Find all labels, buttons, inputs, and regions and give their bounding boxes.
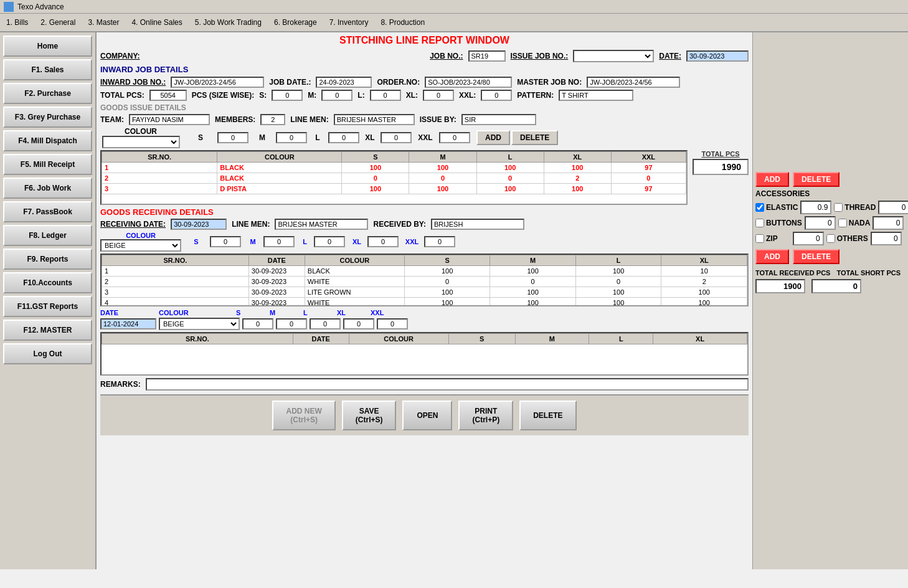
- s-input[interactable]: [272, 90, 303, 101]
- received-by-input[interactable]: [431, 219, 524, 230]
- nav-job-work-trading[interactable]: 5. Job Work Trading: [195, 18, 262, 27]
- gr-s-input[interactable]: [210, 236, 241, 247]
- m-input[interactable]: [321, 90, 352, 101]
- gi-xl-input[interactable]: [381, 132, 412, 143]
- print-button[interactable]: PRINT(Ctrl+P): [458, 401, 513, 430]
- nav-bills[interactable]: 1. Bills: [6, 18, 28, 27]
- return-date-input[interactable]: [100, 318, 156, 330]
- issue-by-input[interactable]: [461, 114, 536, 125]
- gr-xl-input[interactable]: [367, 236, 399, 247]
- thread-input[interactable]: [878, 201, 908, 214]
- sidebar-item-logout[interactable]: Log Out: [3, 343, 92, 364]
- gr-l-input[interactable]: [314, 236, 345, 247]
- sidebar-item-f4-mill-dispatch[interactable]: F4. Mill Dispatch: [3, 130, 92, 151]
- sidebar-item-f6-job-work[interactable]: F6. Job Work: [3, 178, 92, 199]
- sidebar-item-f2-purchase[interactable]: F2. Purchase: [3, 83, 92, 104]
- xxl-input[interactable]: [481, 90, 512, 101]
- sidebar-item-f9-reports[interactable]: F9. Reports: [3, 249, 92, 270]
- buttons-input[interactable]: [805, 216, 836, 230]
- gr-add-btn[interactable]: ADD: [755, 172, 789, 187]
- zip-label[interactable]: ZIP: [755, 234, 778, 243]
- nav-general[interactable]: 2. General: [40, 18, 75, 27]
- sidebar-item-f5-mill-receipt[interactable]: F5. Mill Receipt: [3, 154, 92, 175]
- buttons-label[interactable]: BUTTONS: [755, 219, 802, 227]
- receiving-date-input[interactable]: [171, 219, 227, 230]
- l-input[interactable]: [370, 90, 401, 101]
- gr-delete-btn[interactable]: DELETE: [793, 172, 839, 187]
- remarks-input[interactable]: [146, 378, 749, 391]
- order-no-input[interactable]: [425, 77, 512, 88]
- nav-brokerage[interactable]: 6. Brokerage: [274, 18, 317, 27]
- zip-checkbox[interactable]: [755, 234, 764, 243]
- save-button[interactable]: SAVE(Ctrl+S): [342, 401, 397, 430]
- others-checkbox[interactable]: [826, 234, 835, 243]
- elastic-label[interactable]: ELASTIC: [755, 203, 798, 212]
- acc-delete-btn[interactable]: DELETE: [793, 249, 839, 264]
- sidebar-item-home[interactable]: Home: [3, 36, 92, 57]
- xl-input[interactable]: [423, 90, 454, 101]
- line-men-input[interactable]: [334, 114, 415, 125]
- thread-checkbox[interactable]: [834, 203, 843, 212]
- nada-input[interactable]: [873, 216, 904, 230]
- gr-line-men-input[interactable]: [275, 219, 368, 230]
- sidebar-item-f1-sales[interactable]: F1. Sales: [3, 59, 92, 80]
- return-xxl-input[interactable]: [377, 318, 408, 330]
- others-label[interactable]: OTHERS: [826, 234, 868, 243]
- buttons-checkbox[interactable]: [755, 219, 764, 227]
- sidebar-item-f8-ledger[interactable]: F8. Ledger: [3, 225, 92, 246]
- gi-xxl-input[interactable]: [439, 132, 470, 143]
- gi-l-input[interactable]: [328, 132, 359, 143]
- job-date-input[interactable]: [316, 77, 372, 88]
- inward-job-no-input[interactable]: [171, 77, 264, 88]
- total-pcs-input[interactable]: [149, 90, 187, 101]
- table-row[interactable]: 2 30-09-2023 WHITE 0 0 0 2: [102, 277, 747, 287]
- gi-delete-btn[interactable]: DELETE: [511, 130, 558, 145]
- pattern-input[interactable]: [559, 90, 633, 101]
- zip-input[interactable]: [793, 232, 824, 245]
- return-s-input[interactable]: [242, 318, 273, 330]
- return-m-input[interactable]: [276, 318, 307, 330]
- issue-job-no-select[interactable]: [573, 50, 654, 62]
- members-input[interactable]: [260, 114, 285, 125]
- return-l-input[interactable]: [310, 318, 341, 330]
- others-input[interactable]: [871, 232, 902, 245]
- gr-th-m: M: [490, 255, 576, 266]
- nada-label[interactable]: NADA: [838, 219, 871, 227]
- nada-checkbox[interactable]: [838, 219, 847, 227]
- gi-colour-select[interactable]: [102, 136, 180, 148]
- gr-m-input[interactable]: [263, 236, 295, 247]
- sidebar-item-f11-gst-reports[interactable]: F11.GST Reports: [3, 296, 92, 317]
- gi-add-btn[interactable]: ADD: [476, 130, 510, 145]
- nav-inventory[interactable]: 7. Inventory: [329, 18, 369, 27]
- date-input[interactable]: [686, 50, 749, 62]
- table-row[interactable]: 3 D PISTA 100 100 100 100 97: [102, 184, 686, 194]
- elastic-checkbox[interactable]: [755, 203, 764, 212]
- open-button[interactable]: OPEN: [402, 401, 452, 430]
- nav-master[interactable]: 3. Master: [88, 18, 119, 27]
- master-job-no-input[interactable]: [587, 77, 680, 88]
- return-colour-select[interactable]: BEIGE: [159, 318, 240, 330]
- table-row[interactable]: 2 BLACK 0 0 0 2 0: [102, 173, 686, 184]
- table-row[interactable]: 1 30-09-2023 BLACK 100 100 100 10: [102, 266, 747, 277]
- nav-production[interactable]: 8. Production: [381, 18, 425, 27]
- table-row[interactable]: 3 30-09-2023 LITE GROWN 100 100 100 100: [102, 287, 747, 298]
- gr-colour-select[interactable]: BEIGE: [100, 239, 181, 252]
- gr-xxl-input[interactable]: [424, 236, 455, 247]
- sidebar-item-f3-grey-purchase[interactable]: F3. Grey Purchase: [3, 107, 92, 128]
- sidebar-item-f12-master[interactable]: F12. MASTER: [3, 320, 92, 341]
- gi-s-input[interactable]: [217, 132, 248, 143]
- add-new-button[interactable]: ADD NEW(Ctrl+S): [272, 401, 335, 430]
- table-row[interactable]: 4 30-09-2023 WHITE 100 100 100 100: [102, 298, 747, 307]
- team-input[interactable]: [129, 114, 210, 125]
- gi-m-input[interactable]: [276, 132, 307, 143]
- acc-add-btn[interactable]: ADD: [755, 249, 789, 264]
- nav-online-sales[interactable]: 4. Online Sales: [131, 18, 182, 27]
- sidebar-item-f10-accounts[interactable]: F10.Accounts: [3, 272, 92, 293]
- sidebar-item-f7-passbook[interactable]: F7. PassBook: [3, 201, 92, 222]
- delete-button[interactable]: DELETE: [519, 401, 576, 430]
- elastic-input[interactable]: [800, 201, 831, 214]
- return-xl-input[interactable]: [343, 318, 374, 330]
- thread-label[interactable]: THREAD: [834, 203, 876, 212]
- job-no-input[interactable]: [468, 50, 506, 62]
- table-row[interactable]: 1 BLACK 100 100 100 100 97: [102, 163, 686, 173]
